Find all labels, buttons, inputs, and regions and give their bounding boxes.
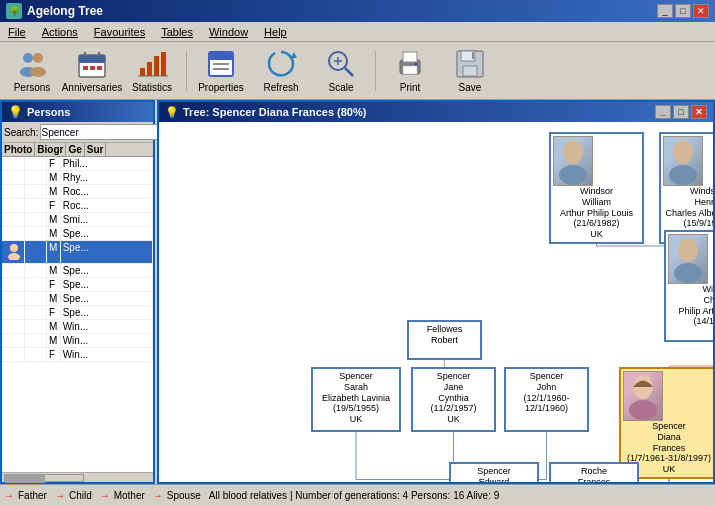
svg-rect-26: [403, 66, 417, 74]
legend-spouse: → Spouse: [153, 490, 201, 501]
spouse-label: Spouse: [167, 490, 201, 501]
person-node-spencer_jane[interactable]: SpencerJaneCynthia(11/2/1957)UK: [411, 367, 496, 432]
table-row[interactable]: MSpe...: [2, 264, 153, 278]
person-node-spencer_edward[interactable]: SpencerEdwardJohn(24/1/1924-29/3/1992)UK: [449, 462, 539, 482]
cell-photo: [2, 264, 25, 277]
save-button[interactable]: Save: [442, 46, 498, 96]
svg-point-80: [563, 140, 583, 164]
cell-photo: [2, 213, 25, 226]
menu-window[interactable]: Window: [205, 25, 252, 39]
cell-surname: Spe...: [61, 264, 153, 277]
anniversaries-button[interactable]: Anniversaries: [64, 46, 120, 96]
person-name-line: Jane: [415, 382, 492, 393]
cell-surname: Spe...: [61, 227, 153, 240]
person-name-line: (11/2/1957): [415, 403, 492, 414]
table-row[interactable]: MWin...: [2, 320, 153, 334]
persons-button[interactable]: Persons: [4, 46, 60, 96]
menu-favourites[interactable]: Favourites: [90, 25, 149, 39]
person-node-spencer_sarah[interactable]: SpencerSarahElizabeth Lavinia(19/5/1955)…: [311, 367, 401, 432]
tree-canvas: WindsorWilliamArthur Philip Louis(21/6/1…: [159, 122, 713, 482]
table-row[interactable]: MSpe...: [2, 227, 153, 241]
cell-biog: [25, 171, 47, 184]
tree-maximize-button[interactable]: □: [673, 105, 689, 119]
status-bar: → Father → Child → Mother → Spouse All b…: [0, 484, 715, 506]
svg-rect-31: [463, 66, 477, 76]
menu-help[interactable]: Help: [260, 25, 291, 39]
cell-photo: [2, 227, 25, 240]
cell-photo: [2, 320, 25, 333]
person-node-windsor_charles[interactable]: WindsorCharlesPhilip Arthur George(14/11…: [664, 230, 713, 342]
person-name-line: (19/5/1955): [315, 403, 397, 414]
cell-biog: [25, 292, 47, 305]
menu-file[interactable]: File: [4, 25, 30, 39]
menu-actions[interactable]: Actions: [38, 25, 82, 39]
cell-biog: [25, 334, 47, 347]
person-name-line: Diana: [623, 432, 713, 443]
svg-point-28: [415, 63, 418, 66]
statistics-icon: [136, 48, 168, 80]
maximize-button[interactable]: □: [675, 4, 691, 18]
person-name-line: Frances: [623, 443, 713, 454]
table-row[interactable]: FPhil...: [2, 157, 153, 171]
person-node-roche_frances[interactable]: RocheFrancesRuth Burke(20/1/1936)UK: [549, 462, 639, 482]
table-row[interactable]: FSpe...: [2, 306, 153, 320]
cell-biog: [25, 348, 47, 361]
cell-gender: M: [47, 334, 61, 347]
table-row[interactable]: MRoc...: [2, 185, 153, 199]
cell-photo: [2, 185, 25, 198]
properties-button[interactable]: Properties: [193, 46, 249, 96]
close-button[interactable]: ✕: [693, 4, 709, 18]
table-row[interactable]: MSpe...: [2, 292, 153, 306]
person-node-spencer_john[interactable]: SpencerJohn(12/1/1960-12/1/1960): [504, 367, 589, 432]
scale-button[interactable]: Scale: [313, 46, 369, 96]
person-name-line: Edward: [453, 477, 535, 482]
child-label: Child: [69, 490, 92, 501]
mother-arrow-icon: →: [100, 490, 110, 501]
table-row[interactable]: MRhy...: [2, 171, 153, 185]
person-node-windsor_william[interactable]: WindsorWilliamArthur Philip Louis(21/6/1…: [549, 132, 644, 244]
menu-tables[interactable]: Tables: [157, 25, 197, 39]
table-row[interactable]: FWin...: [2, 348, 153, 362]
cell-gender: M: [47, 213, 61, 226]
svg-rect-8: [83, 66, 88, 70]
cell-gender: M: [47, 292, 61, 305]
cell-photo: [2, 348, 25, 361]
cell-surname: Spe...: [61, 306, 153, 319]
tree-title: 💡 Tree: Spencer Diana Frances (80%) _ □ …: [159, 102, 713, 122]
search-input[interactable]: [40, 124, 169, 140]
person-name-line: Spencer: [415, 371, 492, 382]
person-name-line: Robert: [411, 335, 478, 346]
refresh-button[interactable]: Refresh: [253, 46, 309, 96]
table-row[interactable]: MSpe...: [2, 241, 153, 264]
tree-minimize-button[interactable]: _: [655, 105, 671, 119]
person-photo: [623, 371, 663, 421]
table-row[interactable]: FRoc...: [2, 199, 153, 213]
person-photo: [663, 136, 703, 186]
print-icon: [394, 48, 426, 80]
tree-title-icon: 💡: [165, 106, 179, 119]
person-name-line: Elizabeth Lavinia: [315, 393, 397, 404]
svg-rect-12: [147, 62, 152, 76]
print-button[interactable]: Print: [382, 46, 438, 96]
anniversaries-label: Anniversaries: [62, 82, 123, 93]
person-name-line: UK: [668, 327, 713, 338]
svg-point-0: [23, 53, 33, 63]
person-node-fellowes_robert[interactable]: FellowesRobert: [407, 320, 482, 360]
cell-gender: M: [47, 264, 61, 277]
svg-rect-13: [154, 56, 159, 76]
cell-gender: F: [47, 157, 61, 170]
table-row[interactable]: FSpe...: [2, 278, 153, 292]
person-name-line: UK: [553, 229, 640, 240]
scroll-area[interactable]: [2, 472, 153, 482]
table-row[interactable]: MSmi...: [2, 213, 153, 227]
minimize-button[interactable]: _: [657, 4, 673, 18]
cell-biog: [25, 213, 47, 226]
person-name-line: Frances: [553, 477, 635, 482]
cell-surname: Smi...: [61, 213, 153, 226]
persons-rows: FPhil...MRhy...MRoc...FRoc...MSmi...MSpe…: [2, 157, 153, 362]
statistics-button[interactable]: Statistics: [124, 46, 180, 96]
cell-surname: Win...: [61, 320, 153, 333]
person-node-windsor_henry[interactable]: WindsorHenryCharles Albert David(15/9/19…: [659, 132, 713, 244]
tree-close-button[interactable]: ✕: [691, 105, 707, 119]
table-row[interactable]: MWin...: [2, 334, 153, 348]
